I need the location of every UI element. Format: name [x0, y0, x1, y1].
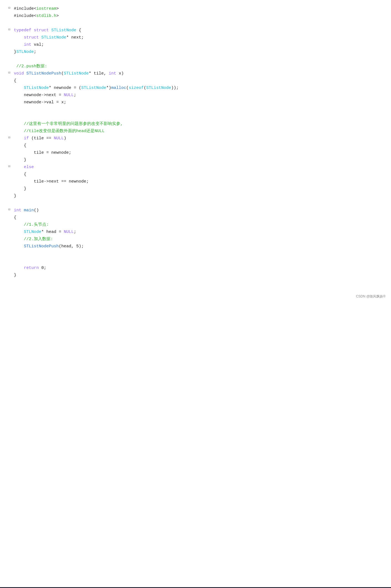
- fold-marker[interactable]: [8, 200, 13, 206]
- code-line: //1.头节点:: [0, 222, 391, 229]
- code-segment: (head, 5);: [59, 243, 84, 250]
- code-line: //这里有一个非常明显的问题形参的改变不影响实参,: [0, 121, 391, 128]
- fold-marker[interactable]: [8, 258, 13, 263]
- watermark: CSDN @随风飘扬®: [356, 294, 385, 299]
- code-line: {: [0, 142, 391, 150]
- code-line: STLNode* head = NULL;: [0, 229, 391, 236]
- fold-marker[interactable]: ⊟: [8, 6, 13, 11]
- code-segment: int: [109, 70, 116, 77]
- fold-marker[interactable]: [8, 193, 13, 198]
- fold-marker[interactable]: [8, 121, 13, 126]
- fold-marker[interactable]: [8, 56, 13, 61]
- code-segment: void: [14, 70, 24, 77]
- code-segment: [14, 121, 24, 128]
- code-segment: >: [56, 6, 59, 12]
- fold-marker[interactable]: [8, 63, 13, 69]
- code-segment: * newnode = (: [49, 85, 81, 92]
- fold-marker[interactable]: [8, 250, 13, 256]
- fold-marker[interactable]: [8, 92, 13, 97]
- code-segment: #include: [14, 13, 34, 20]
- code-line: ⊟void STListNodePush(STListNode* tile, i…: [0, 70, 391, 78]
- fold-marker[interactable]: [8, 272, 13, 278]
- code-segment: STListNode: [146, 85, 171, 92]
- code-line: [0, 200, 391, 207]
- fold-marker[interactable]: [8, 150, 13, 155]
- fold-marker[interactable]: [8, 142, 13, 148]
- fold-marker[interactable]: [8, 157, 13, 162]
- fold-marker[interactable]: ⊟: [8, 70, 13, 76]
- code-segment: (: [126, 85, 129, 92]
- code-segment: 0;: [39, 265, 46, 272]
- code-segment: ;: [34, 49, 36, 56]
- code-segment: {: [14, 78, 16, 84]
- code-line: [0, 106, 391, 114]
- fold-marker[interactable]: [8, 186, 13, 191]
- code-segment: //1.头节点:: [24, 222, 49, 228]
- fold-marker[interactable]: [8, 78, 13, 83]
- code-segment: >: [56, 13, 59, 20]
- fold-marker[interactable]: [8, 236, 13, 242]
- code-segment: NULL: [64, 92, 74, 99]
- code-segment: ;: [74, 229, 76, 236]
- fold-marker[interactable]: [8, 128, 13, 133]
- fold-marker[interactable]: [8, 34, 13, 40]
- code-segment: NULL: [64, 229, 74, 236]
- code-editor: ⊟#include<iostream> #include<stdlib.h> ⊟…: [0, 0, 391, 305]
- code-line: tile->next == newnode;: [0, 178, 391, 186]
- fold-marker[interactable]: [8, 49, 13, 54]
- fold-marker[interactable]: [8, 114, 13, 119]
- fold-marker[interactable]: ⊟: [8, 135, 13, 141]
- fold-marker[interactable]: [8, 265, 13, 270]
- fold-marker[interactable]: [8, 222, 13, 227]
- code-segment: [14, 34, 24, 41]
- code-line: ⊟#include<iostream>: [0, 6, 391, 13]
- fold-marker[interactable]: [8, 13, 13, 18]
- fold-marker[interactable]: [8, 99, 13, 105]
- fold-marker[interactable]: ⊟: [8, 27, 13, 33]
- code-segment: {: [76, 27, 81, 34]
- code-segment: struct: [24, 34, 39, 41]
- code-line: newnode->next = NULL;: [0, 92, 391, 99]
- code-segment: [14, 164, 24, 171]
- code-segment: <: [34, 6, 36, 12]
- code-segment: [14, 135, 24, 142]
- code-segment: tile->next == newnode;: [14, 178, 89, 185]
- code-segment: if: [24, 135, 29, 142]
- code-segment: [14, 222, 24, 228]
- code-line: newnode->val = x;: [0, 99, 391, 106]
- code-segment: (: [144, 85, 146, 92]
- code-segment: int: [14, 207, 21, 214]
- code-segment: *): [106, 85, 111, 92]
- code-segment: malloc: [111, 85, 126, 92]
- fold-marker[interactable]: ⊟: [8, 207, 13, 213]
- fold-marker[interactable]: [8, 178, 13, 184]
- code-segment: <: [34, 13, 36, 20]
- code-line: {: [0, 171, 391, 178]
- code-line: #include<stdlib.h>: [0, 13, 391, 20]
- code-line: }STLNode;: [0, 49, 391, 56]
- code-segment: sizeof: [129, 85, 144, 92]
- code-segment: tile = newnode;: [14, 150, 71, 156]
- code-segment: struct: [34, 27, 49, 34]
- fold-marker[interactable]: [8, 106, 13, 112]
- fold-marker[interactable]: [8, 85, 13, 90]
- fold-marker[interactable]: [8, 171, 13, 177]
- code-segment: x): [116, 70, 124, 77]
- fold-marker[interactable]: [8, 229, 13, 234]
- code-line: ⊟ if (tile == NULL): [0, 135, 391, 142]
- code-segment: {: [14, 171, 26, 178]
- code-line: tile = newnode;: [0, 150, 391, 157]
- fold-marker[interactable]: [8, 214, 13, 220]
- code-line: [0, 20, 391, 27]
- fold-marker[interactable]: [8, 20, 13, 25]
- code-segment: }: [14, 157, 26, 164]
- code-line: STListNodePush(head, 5);: [0, 243, 391, 250]
- fold-marker[interactable]: [8, 243, 13, 249]
- fold-marker[interactable]: ⊟: [8, 164, 13, 170]
- code-line: {: [0, 214, 391, 222]
- code-segment: else: [24, 164, 34, 171]
- code-line: [0, 114, 391, 121]
- code-line: [0, 258, 391, 265]
- fold-marker[interactable]: [8, 42, 13, 47]
- code-lines: ⊟#include<iostream> #include<stdlib.h> ⊟…: [0, 6, 391, 279]
